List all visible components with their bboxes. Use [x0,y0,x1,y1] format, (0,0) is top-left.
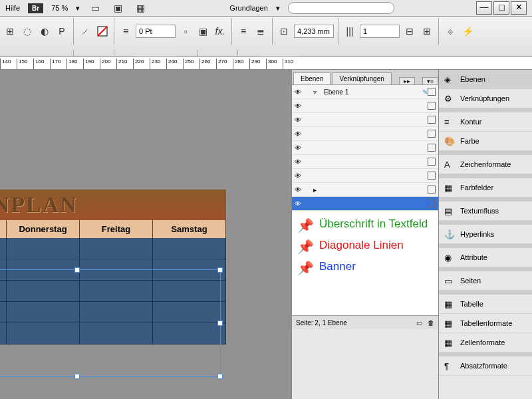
panel-button[interactable]: ▭Seiten [439,271,532,291]
day-header: Freitag [80,220,153,238]
tool-icon[interactable]: ⟐ [443,24,458,39]
pushpin-icon: 📌 [297,259,314,277]
panel-button[interactable]: ¶Absatzformate [439,356,532,376]
layer-row[interactable]: 👁 [292,141,438,155]
search-input[interactable] [288,2,394,14]
panel-button[interactable]: ▦Zellenformate [439,333,532,352]
close-button[interactable]: ✕ [511,1,527,15]
annotation-text: Diagonale Linien [319,238,404,253]
layer-row[interactable]: 👁 [292,155,438,169]
minimize-button[interactable]: — [476,1,492,15]
tool-icon[interactable]: ◌ [20,24,35,39]
tab-verknuepfungen[interactable]: Verknüpfungen [332,72,391,84]
layer-row[interactable]: 👁 [292,197,438,211]
select-square[interactable] [428,200,436,207]
bolt-icon[interactable]: ⚡ [460,24,475,39]
view-mode-icon[interactable]: ▭ [88,1,102,15]
select-square[interactable] [428,102,436,110]
bridge-icon[interactable]: Br [28,3,43,13]
columns-icon[interactable]: ||| [342,24,357,39]
annotation-text: Überschrift in Textfeld [319,217,428,231]
visibility-icon[interactable]: 👁 [292,172,304,180]
visibility-icon[interactable]: 👁 [292,130,304,138]
panel-icon: ◉ [444,253,455,263]
panel-button[interactable]: ◉Attribute [439,248,532,267]
tool-icon[interactable]: ⟋ [78,24,92,39]
align-icon[interactable]: ≡ [236,24,251,39]
stroke-weight-field[interactable]: 0 Pt [136,25,176,38]
panel-icon: ⚓ [444,229,455,239]
panel-icon: ¶ [444,361,455,371]
panel-button[interactable]: ◈Ebenen [439,70,532,89]
panel-status: Seite: 2, 1 Ebene ▭ 🗑 [292,315,438,329]
select-square[interactable] [428,158,436,166]
panel-button[interactable]: ▦Farbfelder [439,178,532,198]
annotations: 📌Überschrift in Textfeld📌Diagonale Linie… [292,211,438,315]
layer-row[interactable]: 👁▸ [292,183,438,197]
screen-mode-icon[interactable]: ▣ [110,1,125,15]
maximize-button[interactable]: ◻ [493,1,509,15]
select-square[interactable] [428,144,436,152]
select-square[interactable] [428,88,436,96]
visibility-icon[interactable]: 👁 [292,102,304,110]
no-stroke-icon[interactable] [95,24,110,39]
annotation-text: Banner [319,259,356,274]
layer-row[interactable]: 👁 [292,99,438,113]
fx-icon[interactable]: fx. [213,24,227,39]
pen-icon: ✎ [422,88,428,96]
align-icon[interactable]: ≣ [253,24,268,39]
visibility-icon[interactable]: 👁 [292,144,304,152]
layer-row[interactable]: 👁 [292,113,438,127]
day-header: Donnerstag [7,220,80,238]
panel-button[interactable]: ▦Tabelle [439,295,532,314]
panel-button[interactable]: ⚓Hyperlinks [439,225,532,244]
num-field[interactable]: 1 [360,25,400,38]
chevron-down-icon[interactable]: ▾ [76,4,80,13]
arrange-icon[interactable]: ▦ [133,1,148,15]
select-square[interactable] [428,116,436,124]
zoom-level[interactable]: 75 % [51,4,68,12]
trash-icon[interactable]: 🗑 [428,319,434,327]
tool-icon[interactable]: ⊟ [402,24,417,39]
layer-row[interactable]: 👁 [292,169,438,183]
tool-icon[interactable]: ⊞ [420,24,434,39]
tool-icon[interactable]: ◐ [37,24,52,39]
panel-button[interactable]: ▦Tabellenformate [439,314,532,333]
visibility-icon[interactable]: 👁 [292,200,304,207]
panel-menu-icon[interactable]: ▾≡ [422,77,438,84]
panel-icon: ▦ [444,319,455,329]
visibility-icon[interactable]: 👁 [292,88,304,96]
panel-button[interactable]: AZeichenformate [439,155,532,174]
select-square[interactable] [428,172,436,180]
layers-panel: Ebenen Verknüpfungen ▸▸ ▾≡ 👁▿Ebene 1✎👁👁👁… [291,70,438,399]
tool-icon[interactable]: ▣ [196,24,210,39]
menu-hilfe[interactable]: Hilfe [5,4,20,12]
tool-icon[interactable]: ▫ [178,24,193,39]
panel-button[interactable]: ▤Textumfluss [439,201,532,221]
width-field[interactable]: 4,233 mm [294,25,334,38]
panel-icon: ▭ [444,276,455,286]
chevron-down-icon[interactable]: ▾ [276,4,280,13]
tab-ebenen[interactable]: Ebenen [293,72,331,84]
day-header: Mittwoch [0,220,7,238]
panel-collapse-icon[interactable]: ▸▸ [399,77,415,84]
layer-row[interactable]: 👁 [292,127,438,141]
select-square[interactable] [428,186,436,194]
panel-button[interactable]: 🎨Farbe [439,132,532,151]
panel-button[interactable]: ≡Kontur [439,112,532,132]
canvas[interactable]: NDENPLAN MittwochDonnerstagFreitagSamsta… [0,70,291,399]
document: NDENPLAN MittwochDonnerstagFreitagSamsta… [0,190,226,344]
workspace-dropdown[interactable]: Grundlagen [229,4,268,12]
panel-button[interactable]: ⚙Verknüpfungen [439,89,532,108]
layer-row[interactable]: 👁▿Ebene 1✎ [292,85,438,99]
tool-icon[interactable]: P [55,24,69,39]
select-square[interactable] [428,130,436,138]
crop-icon[interactable]: ⊡ [277,24,291,39]
new-layer-icon[interactable]: ▭ [416,319,422,327]
visibility-icon[interactable]: 👁 [292,116,304,124]
visibility-icon[interactable]: 👁 [292,186,304,194]
visibility-icon[interactable]: 👁 [292,158,304,166]
tool-icon[interactable]: ⊞ [3,24,17,39]
panel-icon: ▤ [444,206,455,216]
panel-icon: ⚙ [444,94,455,104]
